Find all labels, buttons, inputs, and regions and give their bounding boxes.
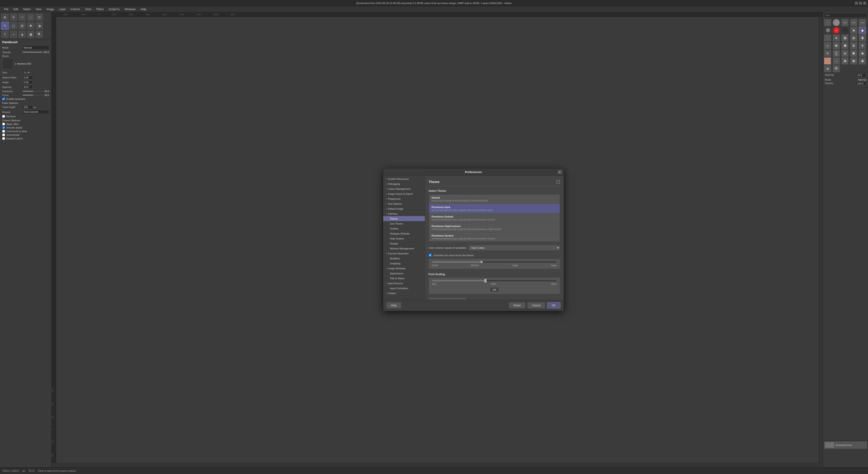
opacity-slider[interactable] [23, 52, 42, 53]
brush-cell-25[interactable]: ❀ [859, 50, 866, 57]
reset-button[interactable]: Reset [509, 302, 525, 309]
maximize-button[interactable]: □ [859, 2, 862, 5]
brush-cell-32[interactable]: ⛧ [833, 65, 840, 72]
tree-item-interface[interactable]: ▾ Interface [383, 211, 425, 216]
brush-cell-24[interactable]: ✺ [850, 50, 857, 57]
brush-cell-18[interactable]: ✱ [841, 42, 848, 49]
tool-paintbrush[interactable]: ✎ [1, 22, 9, 30]
tree-item-modifiers[interactable]: Modifiers [383, 256, 425, 261]
menu-select[interactable]: Select [21, 7, 33, 11]
cancel-button[interactable]: Cancel [527, 302, 545, 309]
expand-layers-checkbox[interactable] [2, 137, 5, 140]
tree-item-toolbox[interactable]: Toolbox [383, 226, 425, 231]
brush-cell-20[interactable]: ✳ [859, 42, 866, 49]
tool-heal[interactable]: ✚ [27, 22, 35, 30]
enable-dynamics-checkbox[interactable] [2, 98, 5, 100]
brush-spacing-input[interactable]: 10.0 [856, 73, 866, 77]
spacing-input[interactable]: 10.0 [23, 85, 33, 89]
brush-cell-19[interactable]: ✲ [850, 42, 857, 49]
font-slider-thumb[interactable] [484, 279, 487, 283]
size-slider-track[interactable] [432, 261, 557, 263]
ok-button[interactable]: OK [547, 302, 560, 309]
tree-item-playground[interactable]: ▸ Playground [383, 196, 425, 201]
tree-item-theme[interactable]: Theme [383, 216, 425, 221]
tree-item-system-resources[interactable]: ▸ System Resources [383, 176, 425, 181]
brush-cell-27[interactable]: ⋯ [833, 57, 840, 65]
tree-item-appearance[interactable]: Appearance [383, 271, 425, 276]
tree-item-input-devices[interactable]: ▾ Input Devices [383, 281, 425, 286]
brush-cell-31[interactable]: ≋ [824, 65, 831, 72]
tree-item-input-controllers[interactable]: Input Controllers [383, 286, 425, 291]
force-slider[interactable] [23, 95, 44, 96]
brush-cell-11[interactable]: · [824, 34, 831, 41]
brush-cell-8[interactable] [841, 27, 848, 34]
theme-item-pixelmixer-default[interactable]: Pixelmixer-Default /home/mark/github/scr… [429, 213, 560, 223]
brush-cell-9[interactable]: ★ [850, 27, 857, 34]
tree-item-help-system[interactable]: Help System [383, 236, 425, 241]
reload-theme-button[interactable]: ↺ Reload Current Theme [429, 298, 466, 300]
preferences-close-button[interactable]: × [558, 170, 562, 174]
menu-colours[interactable]: Colours [68, 7, 82, 11]
tree-item-folders[interactable]: ▸ Folders [383, 291, 425, 296]
menu-view[interactable]: View [33, 7, 44, 11]
tool-text[interactable]: T [1, 30, 9, 38]
font-scaling-container[interactable]: 50% 100% 200% 100 [429, 278, 560, 294]
tree-item-debugging[interactable]: ▸ Debugging [383, 181, 425, 187]
menu-windows[interactable]: Windows [122, 7, 138, 11]
brush-cell-5[interactable]: — [859, 19, 866, 26]
layer-item-1[interactable]: Screenshot from [824, 441, 867, 449]
brush-cell-2[interactable] [833, 19, 840, 26]
reverse-checkbox[interactable] [2, 115, 5, 118]
tree-item-default-image[interactable]: ▸ Default Image [383, 206, 425, 211]
tool-new[interactable]: ⊕ [1, 13, 9, 21]
tool-eraser[interactable]: ◻ [9, 22, 18, 30]
brush-filter-input[interactable] [824, 13, 867, 18]
brush-cell-28[interactable]: ❁ [841, 57, 848, 65]
override-checkbox[interactable] [429, 254, 432, 257]
aspect-input[interactable]: 0.00 [23, 76, 33, 79]
tool-crop[interactable]: ⊡ [35, 13, 43, 21]
tree-item-colour-management[interactable]: ▸ Colour Management [383, 187, 425, 191]
tool-gradient[interactable]: ▦ [27, 30, 35, 38]
angle-input[interactable]: 0.00 [23, 80, 33, 84]
tree-item-snapping[interactable]: Snapping [383, 261, 425, 266]
tree-item-icon-theme[interactable]: Icon Theme [383, 221, 425, 226]
menu-edit[interactable]: Edit [11, 7, 20, 11]
tree-item-dialogue-defaults[interactable]: Dialogue Defaults [383, 231, 425, 236]
incremental-checkbox[interactable] [2, 134, 5, 136]
menu-tools[interactable]: Tools [83, 7, 94, 11]
brush-cell-4[interactable]: — [850, 19, 857, 26]
brush-cell-17[interactable]: ❋ [833, 42, 840, 49]
brush-cell-7[interactable] [833, 27, 840, 34]
font-slider-track[interactable] [432, 280, 557, 281]
hardness-slider[interactable] [23, 91, 44, 92]
lock-brush-checkbox[interactable] [2, 130, 5, 133]
fade-length-input[interactable]: 100 [23, 105, 33, 109]
brush-cell-1[interactable]: · [824, 19, 831, 26]
tool-move[interactable]: ✛ [9, 13, 18, 21]
theme-item-pixelmixer-highcontrast[interactable]: Pixelmixer-HighContrast /home/mark/githu… [429, 223, 560, 233]
menu-layer[interactable]: Layer [57, 7, 68, 11]
mode-value[interactable]: Normal [23, 46, 49, 50]
tool-dodge[interactable]: ◑ [35, 22, 43, 30]
menu-filters[interactable]: Filters [94, 7, 106, 11]
tree-item-image-import-export[interactable]: ▸ Image Import & Export [383, 191, 425, 196]
menu-image[interactable]: Image [44, 7, 56, 11]
tree-item-title-status[interactable]: Title & Status [383, 276, 425, 281]
brush-cell-3[interactable]: — [841, 19, 848, 26]
menu-file[interactable]: File [2, 7, 11, 11]
color-scheme-select[interactable]: Dark Colors Light Colors [468, 245, 560, 250]
menu-script-fu[interactable]: Script-Fu [106, 7, 122, 11]
smooth-stroke-checkbox[interactable] [2, 126, 5, 129]
brush-opacity-input[interactable]: 100.0 [856, 82, 866, 86]
tree-item-canvas-interaction[interactable]: ▾ Canvas Interaction [383, 251, 425, 256]
help-button[interactable]: Help [386, 302, 402, 309]
repeat-value[interactable]: None (extend) [23, 110, 49, 114]
tool-fill[interactable]: ⬙ [18, 30, 26, 38]
canvas-area[interactable]: -2000 -1000 0 1000 2000 3000 4000 5000 6… [52, 12, 823, 467]
brush-cell-21[interactable]: ≡ [824, 50, 831, 57]
theme-item-pixelmixer-dark[interactable]: Pixelmixer-Dark /home/mark/github/script… [429, 204, 560, 213]
minimize-button[interactable]: ─ [855, 2, 858, 5]
tree-item-window-management[interactable]: Window Management [383, 246, 425, 251]
brush-preview[interactable] [2, 58, 13, 69]
